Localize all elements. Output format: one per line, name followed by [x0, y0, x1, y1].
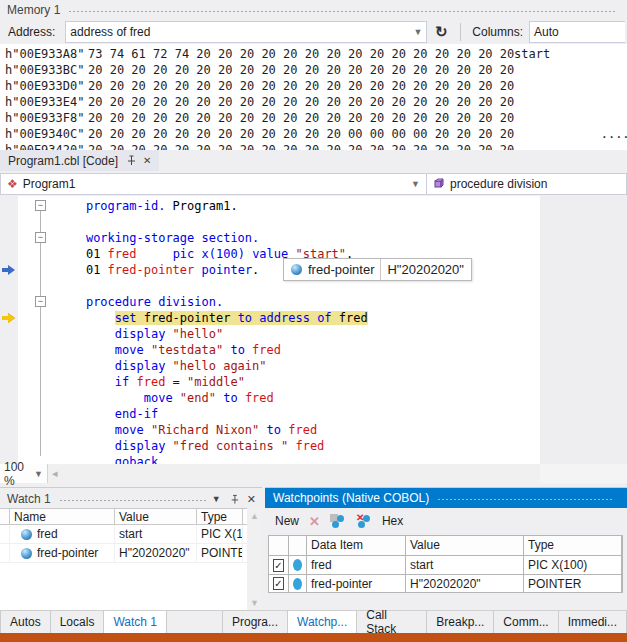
code-indent	[57, 247, 86, 261]
code-line[interactable]: program-id. Program1.	[0, 198, 627, 214]
zoom-select[interactable]: 100 % ▼	[0, 464, 48, 483]
watchpoint-value[interactable]: H"20202020"	[406, 575, 524, 592]
memory-row[interactable]: h"00E933E4"20 20 20 20 20 20 20 20 20 20…	[0, 94, 627, 110]
watchpoints-column-dataitem[interactable]: Data Item	[307, 536, 406, 555]
hex-toggle-button[interactable]: Hex	[382, 514, 403, 528]
address-input[interactable]: address of fred ▼	[65, 21, 427, 43]
memory-row[interactable]: h"00E933D0"20 20 20 20 20 20 20 20 20 20…	[0, 78, 627, 94]
watch-column-value[interactable]: Value	[115, 509, 197, 524]
watch-row-name[interactable]: fred-pointer	[10, 544, 115, 562]
watchpoints-toolbar: New ✕ ✕ Hex	[265, 508, 627, 534]
chevron-down-icon[interactable]: ▼	[407, 179, 420, 189]
checkbox[interactable]: ✓	[273, 577, 284, 590]
tab-autos[interactable]: Autos	[0, 611, 51, 633]
watchpoints-column-value[interactable]: Value	[406, 536, 524, 555]
code-indent	[57, 359, 115, 373]
memory-row[interactable]: h"00E933A8"73 74 61 72 74 20 20 20 20 20…	[0, 46, 627, 62]
code-indent	[57, 423, 115, 437]
memory-row[interactable]: h"00E9340C"20 20 20 20 20 20 20 20 20 20…	[0, 126, 627, 142]
watch-row[interactable]: fredstartPIC X(100)	[0, 525, 262, 544]
pin-icon[interactable]	[125, 155, 136, 166]
refresh-button[interactable]: ↻	[430, 21, 452, 43]
watch-gutter-column	[0, 509, 10, 524]
close-icon[interactable]: ✕	[247, 493, 256, 506]
memory-row[interactable]: h"00E933F8"20 20 20 20 20 20 20 20 20 20…	[0, 110, 627, 126]
delete-watchpoint-icon[interactable]: ✕	[309, 514, 320, 529]
code-token: display	[115, 439, 166, 453]
watchpoint-value[interactable]: start	[406, 556, 524, 574]
code-token: fred	[281, 423, 317, 437]
fold-collapse-icon[interactable]	[35, 296, 46, 307]
watchpoints-title-bar[interactable]: Watchpoints (Native COBOL)	[265, 488, 627, 508]
enable-all-watchpoints-icon[interactable]	[330, 514, 346, 529]
columns-select[interactable]: Auto	[529, 21, 625, 43]
watch-row-name[interactable]: fred	[10, 525, 115, 543]
tab-watchp[interactable]: Watchp...	[288, 611, 357, 633]
code-line[interactable]: display "fred contains " fred	[0, 438, 627, 454]
watch-column-name[interactable]: Name	[10, 509, 115, 524]
datatip-value[interactable]: H"20202020"	[387, 262, 463, 277]
watchpoint-row[interactable]: ✓fred-pointerH"20202020"POINTER	[268, 574, 623, 593]
fold-collapse-icon[interactable]	[35, 232, 46, 243]
watchpoints-marker-column	[289, 536, 307, 555]
watch-title-bar[interactable]: Watch 1 ▼ ✕	[0, 488, 262, 508]
delete-all-watchpoints-icon[interactable]: ✕	[356, 514, 372, 529]
code-line[interactable]: display "hello again"	[0, 358, 627, 374]
code-line[interactable]: if fred = "middle"	[0, 374, 627, 390]
code-indent	[57, 327, 115, 341]
watchpoint-enabled-cell[interactable]: ✓	[269, 575, 289, 592]
watch-panel: Watch 1 ▼ ✕ Name Value Type fredstartPIC…	[0, 487, 262, 610]
member-dropdown[interactable]: procedure division	[427, 173, 627, 195]
tab-comm[interactable]: Comm...	[494, 611, 558, 633]
scroll-left-icon[interactable]: ◂	[48, 467, 58, 480]
watch-column-type[interactable]: Type	[197, 509, 243, 524]
horizontal-scrollbar[interactable]: ◂	[48, 464, 540, 483]
code-line[interactable]: procedure division.	[0, 294, 627, 310]
current-statement-arrow-icon[interactable]	[2, 312, 16, 324]
fold-collapse-icon[interactable]	[35, 200, 46, 211]
watchpoints-column-type[interactable]: Type	[524, 536, 622, 555]
code-line[interactable]: move "Richard Nixon" to fred	[0, 422, 627, 438]
watch-row-value[interactable]: H"20202020"	[115, 544, 197, 562]
scroll-down-icon[interactable]: ▼	[250, 598, 259, 608]
watchpoint-dataitem[interactable]: fred-pointer	[307, 575, 406, 592]
tab-locals[interactable]: Locals	[51, 611, 105, 633]
new-watchpoint-button[interactable]: New	[275, 514, 299, 528]
memory-hex-view[interactable]: h"00E933A8"73 74 61 72 74 20 20 20 20 20…	[0, 44, 627, 150]
watch-row[interactable]: fred-pointerH"20202020"POINTER	[0, 544, 262, 563]
close-icon[interactable]: ✕	[143, 155, 151, 166]
code-line[interactable]: move "testdata" to fred	[0, 342, 627, 358]
chevron-down-icon[interactable]: ▼	[30, 469, 43, 479]
watch-row-value[interactable]: start	[115, 525, 197, 543]
code-line[interactable]: working-storage section.	[0, 230, 627, 246]
code-editor[interactable]: program-id. Program1. working-storage se…	[0, 196, 627, 464]
code-line[interactable]: set fred-pointer to address of fred	[0, 310, 627, 326]
tab-watch-1[interactable]: Watch 1	[104, 611, 167, 633]
watchpoint-enabled-cell[interactable]: ✓	[269, 556, 289, 574]
scope-dropdown[interactable]: ❖ Program1 ▼	[0, 173, 427, 195]
vertical-scrollbar[interactable]: ▲ ▼	[247, 508, 262, 611]
memory-title-bar[interactable]: Memory 1	[0, 0, 627, 18]
checkbox[interactable]: ✓	[273, 559, 284, 572]
tab-immedi[interactable]: Immedi...	[559, 611, 627, 633]
code-line[interactable]: move "end" to fred	[0, 390, 627, 406]
watchpoint-row[interactable]: ✓fredstartPIC X(100)	[268, 555, 623, 574]
chevron-down-icon[interactable]: ▼	[409, 27, 422, 37]
pin-icon[interactable]	[229, 494, 239, 505]
tab-call-stack[interactable]: Call Stack	[357, 611, 427, 633]
status-bar	[0, 633, 627, 642]
watchpoint-dataitem[interactable]: fred	[307, 556, 406, 574]
bookmark-arrow-icon[interactable]	[2, 264, 16, 276]
document-tab[interactable]: Program1.cbl [Code] ✕	[0, 150, 159, 171]
scroll-up-icon[interactable]: ▲	[250, 511, 259, 521]
tab-progra[interactable]: Progra...	[222, 611, 288, 633]
code-line[interactable]: end-if	[0, 406, 627, 422]
chevron-down-icon[interactable]: ▼	[212, 494, 221, 504]
datatip[interactable]: fred-pointer H"20202020"	[283, 258, 472, 281]
memory-row[interactable]: h"00E933BC"20 20 20 20 20 20 20 20 20 20…	[0, 62, 627, 78]
memory-row[interactable]: h"00E93420"20 20 20 20 20 20 20 20 20 20…	[0, 142, 627, 150]
code-line[interactable]	[0, 214, 627, 230]
code-token: to	[238, 311, 252, 325]
tab-breakp[interactable]: Breakp...	[427, 611, 494, 633]
code-line[interactable]: display "hello"	[0, 326, 627, 342]
